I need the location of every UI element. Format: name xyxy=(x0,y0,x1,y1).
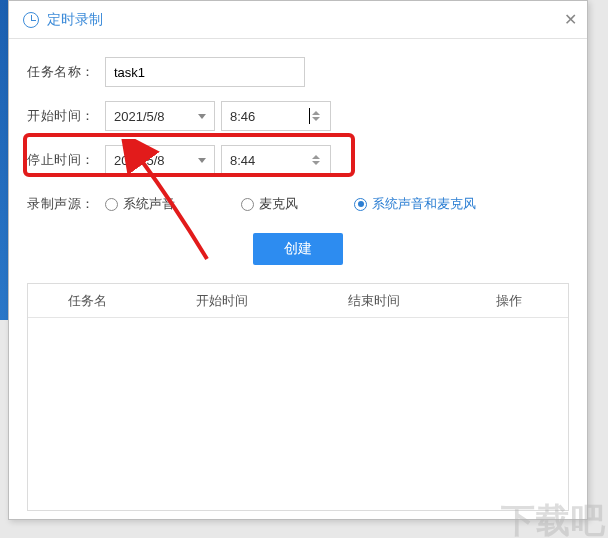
radio-icon-checked xyxy=(354,198,367,211)
table-header-row: 任务名 开始时间 结束时间 操作 xyxy=(28,284,568,318)
label-task-name: 任务名称： xyxy=(27,63,105,81)
audio-radio-group: 系统声音 麦克风 系统声音和麦克风 xyxy=(105,195,476,213)
arrow-down-icon xyxy=(312,117,320,121)
row-start-time: 开始时间： 2021/5/8 8:46 xyxy=(27,101,569,131)
scheduled-recording-dialog: 定时录制 ✕ 任务名称： 开始时间： 2021/5/8 8:46 停 xyxy=(8,0,588,520)
row-stop-time: 停止时间： 2021/5/8 8:44 xyxy=(27,145,569,175)
chevron-down-icon xyxy=(198,114,206,119)
time-spinner[interactable] xyxy=(310,102,322,130)
task-name-input[interactable] xyxy=(105,57,305,87)
start-date-picker[interactable]: 2021/5/8 xyxy=(105,101,215,131)
stop-time-value: 8:44 xyxy=(230,153,310,168)
chevron-down-icon xyxy=(198,158,206,163)
radio-item-mic[interactable]: 麦克风 xyxy=(241,195,298,213)
time-spinner[interactable] xyxy=(310,146,322,174)
col-start-time: 开始时间 xyxy=(147,292,298,310)
col-end-time: 结束时间 xyxy=(298,292,449,310)
start-time-picker[interactable]: 8:46 xyxy=(221,101,331,131)
stop-time-picker[interactable]: 8:44 xyxy=(221,145,331,175)
stop-date-picker[interactable]: 2021/5/8 xyxy=(105,145,215,175)
label-stop-time: 停止时间： xyxy=(27,151,105,169)
clock-icon xyxy=(23,12,39,28)
radio-label-both: 系统声音和麦克风 xyxy=(372,195,476,213)
arrow-down-icon xyxy=(312,161,320,165)
background-accent xyxy=(0,0,8,320)
radio-icon xyxy=(241,198,254,211)
close-button[interactable]: ✕ xyxy=(561,11,579,29)
create-button[interactable]: 创建 xyxy=(253,233,343,265)
row-audio-source: 录制声源： 系统声音 麦克风 系统声音和麦克风 xyxy=(27,189,569,219)
radio-label-mic: 麦克风 xyxy=(259,195,298,213)
arrow-up-icon xyxy=(312,155,320,159)
dialog-title: 定时录制 xyxy=(47,11,103,29)
label-audio-source: 录制声源： xyxy=(27,195,105,213)
title-bar: 定时录制 ✕ xyxy=(9,1,587,39)
radio-item-both[interactable]: 系统声音和麦克风 xyxy=(354,195,476,213)
arrow-up-icon xyxy=(312,111,320,115)
col-task-name: 任务名 xyxy=(28,292,147,310)
start-time-value: 8:46 xyxy=(230,109,313,124)
row-task-name: 任务名称： xyxy=(27,57,569,87)
watermark-text: 下载吧 xyxy=(501,498,606,538)
task-table: 任务名 开始时间 结束时间 操作 xyxy=(27,283,569,511)
stop-date-value: 2021/5/8 xyxy=(114,153,198,168)
label-start-time: 开始时间： xyxy=(27,107,105,125)
col-action: 操作 xyxy=(449,292,568,310)
radio-label-system: 系统声音 xyxy=(123,195,175,213)
radio-icon xyxy=(105,198,118,211)
form-area: 任务名称： 开始时间： 2021/5/8 8:46 停止时间： 2021/5/8 xyxy=(9,39,587,265)
start-date-value: 2021/5/8 xyxy=(114,109,198,124)
radio-item-system[interactable]: 系统声音 xyxy=(105,195,175,213)
